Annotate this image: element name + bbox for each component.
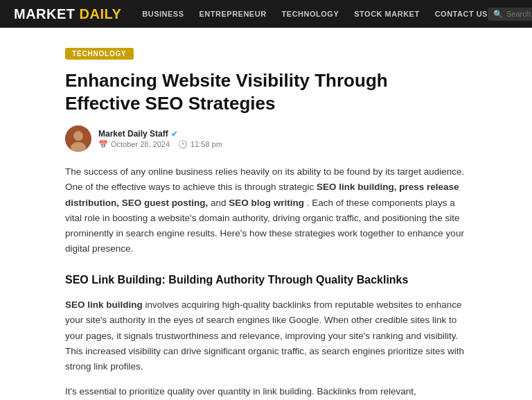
intro-paragraph: The success of any online business relie… <box>65 164 467 257</box>
section1-p1-bold: SEO link building <box>65 299 143 310</box>
section1-p1: SEO link building involves acquiring hig… <box>65 297 467 374</box>
search-input[interactable] <box>506 10 532 18</box>
clock-icon: 🕐 <box>178 140 188 149</box>
intro-and: and <box>211 198 229 208</box>
section1-p1-rest: involves acquiring high-quality backlink… <box>65 299 464 372</box>
section1-heading: SEO Link Building: Building Authority Th… <box>65 271 467 289</box>
svg-point-1 <box>73 131 83 141</box>
nav-link-business[interactable]: BUSINESS <box>142 10 184 18</box>
category-badge[interactable]: TECHNOLOGY <box>65 48 134 60</box>
verified-icon: ✔ <box>171 129 178 139</box>
avatar-image <box>65 125 91 152</box>
publish-time: 🕐 11:58 pm <box>178 140 222 149</box>
article-body: The success of any online business relie… <box>65 164 467 400</box>
intro-bold-2: SEO blog writing <box>229 198 304 208</box>
avatar <box>65 125 91 152</box>
nav-link-contact-us[interactable]: CONTACT US <box>435 10 488 18</box>
nav-link-stock-market[interactable]: STOCK MARKET <box>354 10 419 18</box>
author-name-row: Market Daily Staff ✔ <box>98 129 222 139</box>
section1-p2: It's essential to prioritize quality ove… <box>65 384 467 400</box>
author-meta: Market Daily Staff ✔ 📅 October 28, 2024 … <box>98 129 222 149</box>
meta-details: 📅 October 28, 2024 🕐 11:58 pm <box>98 140 222 149</box>
article-title: Enhancing Website Visibility Through Eff… <box>65 69 467 114</box>
site-logo[interactable]: MARKET DAILY <box>14 6 121 22</box>
search-box: 🔍 <box>488 8 532 21</box>
search-icon: 🔍 <box>493 10 503 19</box>
navbar: MARKET DAILY BUSINESS ENTREPRENEUR TECHN… <box>0 0 532 28</box>
author-name: Market Daily Staff <box>98 129 168 139</box>
time-text: 11:58 pm <box>190 140 222 148</box>
date-text: October 28, 2024 <box>111 140 170 148</box>
nav-link-entrepreneur[interactable]: ENTREPRENEUR <box>200 10 267 18</box>
page-container: TECHNOLOGY Enhancing Website Visibility … <box>51 28 481 400</box>
avatar-svg <box>65 125 91 152</box>
section1-p2-text: It's essential to prioritize quality ove… <box>65 386 462 400</box>
nav-links: BUSINESS ENTREPRENEUR TECHNOLOGY STOCK M… <box>142 10 488 18</box>
nav-link-technology[interactable]: TECHNOLOGY <box>282 10 339 18</box>
publish-date: 📅 October 28, 2024 <box>98 140 170 149</box>
author-row: Market Daily Staff ✔ 📅 October 28, 2024 … <box>65 125 467 152</box>
calendar-icon: 📅 <box>98 140 108 149</box>
